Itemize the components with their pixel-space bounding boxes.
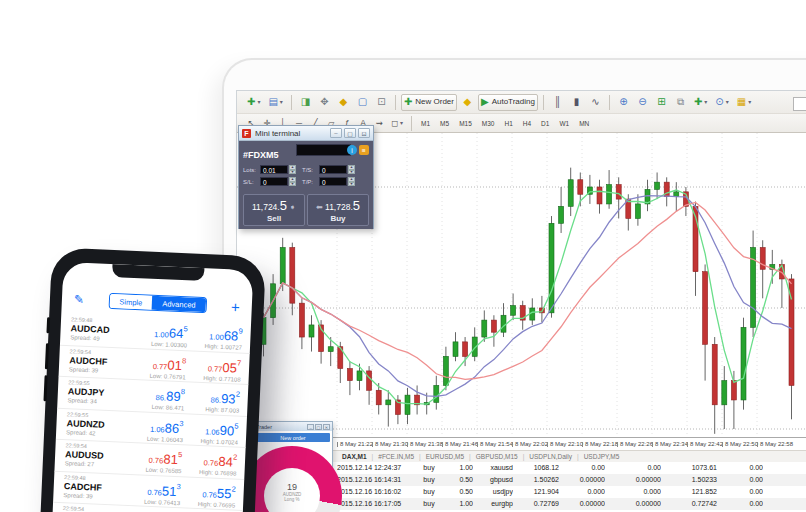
cell: 0.50	[441, 486, 473, 498]
sl-input[interactable]: 0	[260, 177, 288, 186]
zoom-out-button[interactable]: ⊖	[634, 94, 651, 111]
view-mode-segmented-control: Simple Advanced	[108, 293, 207, 313]
profiles-button[interactable]: ▤▾	[265, 94, 285, 111]
quote-spread: Spread: 34	[67, 397, 129, 406]
time-axis-label: 8 May 22:18	[582, 441, 618, 447]
chevron-down-icon: ▾	[280, 99, 283, 105]
timeframe-h4[interactable]: H4	[519, 117, 535, 130]
lots-input[interactable]: 0.01	[260, 165, 288, 174]
timeframe-h1[interactable]: H1	[500, 117, 516, 130]
cascade-windows-button[interactable]: ⧉	[672, 94, 689, 111]
tab-advanced[interactable]: Advanced	[152, 296, 206, 312]
maximize-button[interactable]: ⊡	[358, 128, 370, 138]
add-symbol-icon[interactable]: +	[231, 298, 240, 315]
arrows-tool[interactable]: ⇝	[372, 116, 386, 130]
stepper[interactable]: ▲▼	[289, 165, 296, 174]
info-icon[interactable]: i	[347, 145, 357, 155]
chevron-down-icon: ▾	[748, 99, 751, 105]
line-chart-button[interactable]: ∿	[587, 94, 604, 111]
time-axis-label: 8 May 21:46	[442, 441, 478, 447]
cell: 121.852	[661, 486, 717, 498]
stepper[interactable]: ▲▼	[348, 177, 355, 186]
timeframe-m5[interactable]: M5	[436, 117, 453, 130]
candlestick-button[interactable]: ▮	[568, 94, 585, 111]
bar-chart-button[interactable]: ║	[549, 94, 566, 111]
auto-scroll-button[interactable]: ✥	[316, 94, 333, 111]
mini-terminal-app-icon: F	[242, 129, 251, 138]
bid-price: 0.77018	[131, 353, 187, 373]
bid-price: 1.06863	[128, 416, 184, 436]
strategy-tester-button[interactable]: ⊡	[373, 94, 390, 111]
sell-button[interactable]: 11,724.5 ➧ Sell	[243, 194, 305, 226]
trader-panel-titlebar[interactable]: Trader –▢✕	[254, 422, 332, 431]
templates-button[interactable]: ▦▾	[734, 94, 754, 111]
cell: eurgbp	[473, 498, 513, 510]
data-window-button[interactable]: ▢	[354, 94, 371, 111]
trader-panel-window[interactable]: Trader –▢✕ New order 19 AUDNZD Long %	[253, 421, 333, 512]
toolbar-row-main: ✚▾▤▾◨✥◆▢⊡✚New Order◆▶AutoTrading║▮∿⊕⊖⊞⧉✚…	[237, 91, 806, 114]
stepper[interactable]: ▲▼	[289, 177, 296, 186]
chart-tab-usdjpy-m5[interactable]: USDJPY,M5	[579, 453, 625, 460]
timeframe-mn[interactable]: MN	[575, 117, 593, 130]
cell: buy	[417, 474, 441, 486]
timeframe-m1[interactable]: M1	[417, 117, 434, 130]
timeframe-m30[interactable]: M30	[478, 117, 499, 130]
phone-screen: ✎ Simple Advanced + 22:59:48AUDCADSpread…	[50, 262, 253, 512]
new-order-button[interactable]: ✚New Order	[401, 94, 457, 111]
mini-terminal-titlebar[interactable]: F Mini terminal –▢⊡	[239, 126, 373, 141]
time-axis-label: 8 May 21:38	[407, 441, 443, 447]
autotrading-button[interactable]: ▶AutoTrading	[478, 94, 538, 111]
time-axis-label: 8 May 22:42	[687, 441, 723, 447]
toolbar-separator	[543, 95, 544, 110]
stepper[interactable]: ▲▼	[348, 165, 355, 174]
quote-spread: Spread: 39	[63, 492, 125, 501]
shapes-tool[interactable]: ◻▾	[388, 116, 406, 130]
settings-icon[interactable]: ≡	[359, 145, 369, 155]
tile-windows-button[interactable]: ⊞	[653, 94, 670, 111]
chart-tab-eurusd-m5[interactable]: EURUSD,M5	[421, 453, 469, 460]
mini-terminal-window[interactable]: F Mini terminal –▢⊡ #FDXM5 i ≡ Lots:0.01…	[238, 125, 374, 229]
toolbar-separator	[411, 116, 412, 131]
objects-button[interactable]: ◆	[335, 94, 352, 111]
minimize-button[interactable]: –	[307, 424, 314, 430]
cell: 0.00	[717, 486, 763, 498]
close-button[interactable]: ✕	[323, 424, 330, 430]
toolbar-separator	[395, 95, 396, 110]
chart-tab--fce-in-m5[interactable]: #FCE.IN,M5	[373, 453, 419, 460]
cell: 1.00	[441, 498, 473, 510]
minimize-button[interactable]: –	[330, 128, 342, 138]
chart-shift-button[interactable]: ◨	[297, 94, 314, 111]
tp-input[interactable]: 0	[319, 177, 347, 186]
sentiment-label: Long %	[264, 497, 320, 502]
edit-pencil-icon[interactable]: ✎	[74, 292, 85, 306]
zoom-in-button[interactable]: ⊕	[615, 94, 632, 111]
new-chart-button[interactable]: ✚▾	[244, 94, 263, 111]
restore-button[interactable]: ▢	[344, 128, 356, 138]
chart-tab-gbpusd-m15[interactable]: GBPUSD,M15	[471, 453, 523, 460]
new-order-icon: ✚	[404, 97, 412, 107]
ask-price: 0.76552	[180, 482, 236, 502]
maximize-button[interactable]: ▢	[315, 424, 322, 430]
clipped-search-box[interactable]	[793, 97, 806, 111]
periods-button[interactable]: ⊙▾	[712, 94, 731, 111]
cell: 2015.12.14 12:24:37	[337, 462, 417, 474]
new-order-panel-button[interactable]: New order	[256, 433, 330, 442]
chevron-down-icon: ▾	[704, 99, 707, 105]
buy-button[interactable]: ⬅ 11,728.5 Buy	[307, 194, 369, 226]
tab-simple[interactable]: Simple	[109, 294, 153, 310]
timeframe-d1[interactable]: D1	[537, 117, 553, 130]
volume-up-button	[45, 343, 49, 369]
cell: 0.00000	[605, 474, 661, 486]
time-axis-label: 8 May 22:34	[652, 441, 688, 447]
cell: 0.00000	[605, 498, 661, 510]
chart-tab-dax-m1[interactable]: DAX,M1	[337, 453, 372, 460]
ts-input[interactable]: 0	[319, 165, 347, 174]
chart-shift-icon: ◨	[301, 97, 310, 107]
indicators-button[interactable]: ✚▾	[691, 94, 710, 111]
expert-advisors-icon: ◆	[464, 97, 472, 107]
field-label: S/L:	[243, 179, 260, 185]
chart-tab-usdpln-daily[interactable]: USDPLN,Daily	[524, 453, 577, 460]
timeframe-m15[interactable]: M15	[455, 117, 476, 130]
timeframe-w1[interactable]: W1	[555, 117, 573, 130]
expert-advisors-button[interactable]: ◆	[459, 94, 476, 111]
